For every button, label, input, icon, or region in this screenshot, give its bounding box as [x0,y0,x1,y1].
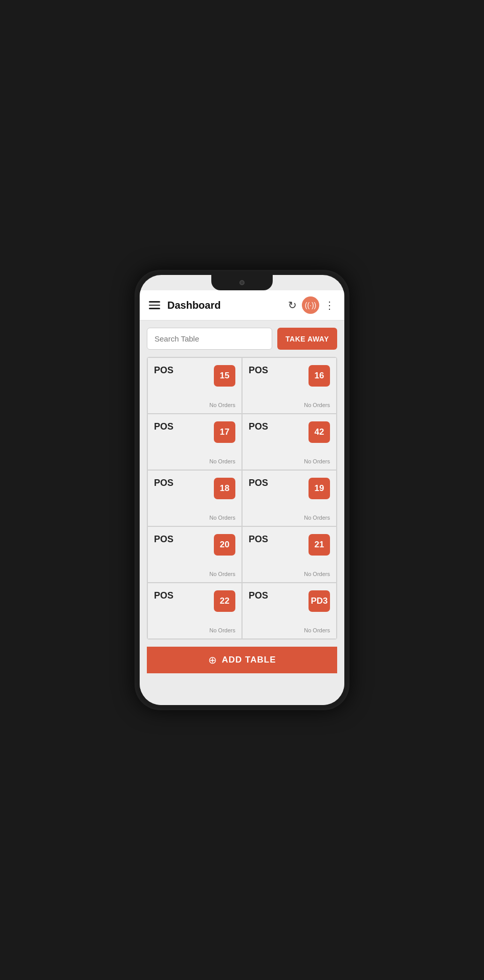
phone-frame: Dashboard ↻ ((·)) ⋮ TAKE AWAY POS 15 [135,270,349,710]
table-number-badge: 42 [309,421,330,443]
table-number-badge: 20 [214,534,235,556]
header-actions: ↻ ((·)) ⋮ [288,296,335,314]
table-row[interactable]: POS 42 No Orders [242,414,337,470]
table-row[interactable]: POS PD3 No Orders [242,583,337,639]
table-row[interactable]: POS 16 No Orders [242,357,337,414]
pos-label: POS [249,590,268,601]
sync-icon[interactable]: ↻ [288,299,297,311]
table-row[interactable]: POS 20 No Orders [147,526,242,583]
pos-label: POS [154,478,173,488]
table-status: No Orders [154,448,235,464]
table-status: No Orders [249,504,330,521]
table-status: No Orders [154,561,235,577]
table-top-row: POS 20 [154,534,235,556]
table-status: No Orders [249,617,330,633]
table-status: No Orders [249,561,330,577]
more-options-icon[interactable]: ⋮ [324,299,335,311]
add-table-label: ADD TABLE [222,655,276,665]
pos-label: POS [154,534,173,545]
table-top-row: POS PD3 [249,590,330,612]
table-top-row: POS 15 [154,365,235,387]
table-status: No Orders [154,617,235,633]
pos-label: POS [154,590,173,601]
table-row[interactable]: POS 15 No Orders [147,357,242,414]
table-row[interactable]: POS 17 No Orders [147,414,242,470]
phone-screen: Dashboard ↻ ((·)) ⋮ TAKE AWAY POS 15 [140,275,344,705]
takeaway-button[interactable]: TAKE AWAY [277,328,337,350]
table-grid: POS 15 No Orders POS 16 No Orders POS 17… [147,357,337,640]
table-top-row: POS 18 [154,478,235,499]
table-number-badge: 21 [309,534,330,556]
pos-label: POS [249,534,268,545]
table-status: No Orders [154,504,235,521]
wifi-inner: ((·)) [305,302,317,309]
hamburger-icon[interactable] [149,301,160,309]
header-left: Dashboard [149,300,221,311]
table-row[interactable]: POS 19 No Orders [242,470,337,526]
table-number-badge: 15 [214,365,235,387]
table-number-badge: 16 [309,365,330,387]
pos-label: POS [249,421,268,432]
table-top-row: POS 19 [249,478,330,499]
page-title: Dashboard [167,300,221,311]
table-number-badge: PD3 [309,590,330,612]
table-top-row: POS 22 [154,590,235,612]
table-top-row: POS 17 [154,421,235,443]
table-status: No Orders [154,392,235,408]
table-top-row: POS 21 [249,534,330,556]
pos-label: POS [154,365,173,376]
notch [211,275,273,290]
table-top-row: POS 16 [249,365,330,387]
table-number-badge: 22 [214,590,235,612]
table-status: No Orders [249,448,330,464]
camera [239,280,245,285]
table-status: No Orders [249,392,330,408]
add-table-bar[interactable]: ⊕ ADD TABLE [147,647,337,673]
table-number-badge: 17 [214,421,235,443]
table-row[interactable]: POS 22 No Orders [147,583,242,639]
wifi-status-icon[interactable]: ((·)) [302,296,319,314]
header: Dashboard ↻ ((·)) ⋮ [140,290,344,321]
table-row[interactable]: POS 21 No Orders [242,526,337,583]
pos-label: POS [249,478,268,488]
main-content: TAKE AWAY POS 15 No Orders POS 16 No Ord… [140,321,344,705]
table-row[interactable]: POS 18 No Orders [147,470,242,526]
pos-label: POS [154,421,173,432]
table-top-row: POS 42 [249,421,330,443]
pos-label: POS [249,365,268,376]
search-row: TAKE AWAY [147,328,337,350]
search-input[interactable] [147,328,272,350]
table-number-badge: 19 [309,478,330,499]
table-number-badge: 18 [214,478,235,499]
add-table-icon: ⊕ [208,655,217,665]
